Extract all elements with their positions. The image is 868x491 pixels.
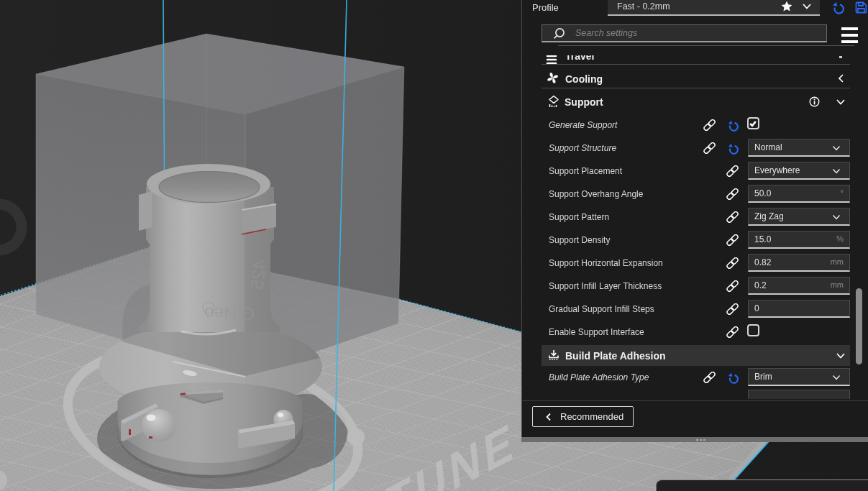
svg-text:425: 425	[247, 259, 270, 290]
svg-text:G.Neo: G.Neo	[205, 304, 255, 323]
